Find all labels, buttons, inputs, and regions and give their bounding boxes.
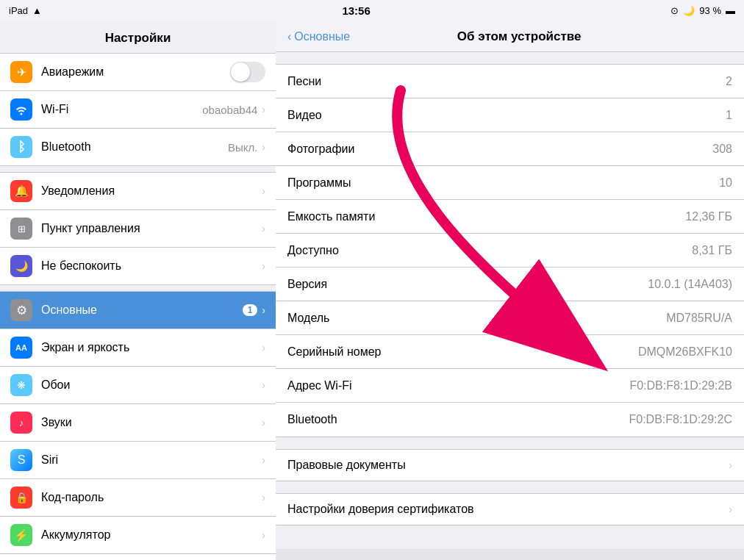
sidebar-item-privacy[interactable]: ✋ Конфиденциальность › (0, 554, 276, 560)
info-row-wifi-addr: Адрес Wi-Fi F0:DB:F8:1D:29:2B (276, 369, 744, 403)
passcode-icon: 🔒 (10, 487, 32, 509)
battery-icon: ⚡ (10, 524, 32, 546)
apps-label: Программы (287, 176, 719, 190)
sidebar-item-dnd[interactable]: 🌙 Не беспокоить › (0, 248, 276, 284)
version-value: 10.0.1 (14A403) (648, 278, 732, 291)
sidebar-item-battery[interactable]: ⚡ Аккумулятор › (0, 517, 276, 554)
available-value: 8,31 ГБ (692, 244, 732, 257)
sidebar-section-connectivity: ✈ Авиарежим Wi-Fi obaobab44 › ᛒ Bluetoot… (0, 53, 276, 166)
wifi-icon (10, 98, 32, 121)
sidebar-item-notifications[interactable]: 🔔 Уведомления › (0, 173, 276, 210)
version-label: Версия (287, 278, 648, 291)
sidebar-section-general: ⚙ Основные 1 › AA Экран и яркость › ❋ Об… (0, 291, 276, 560)
bluetooth-addr-value: F0:DB:F8:1D:29:2C (629, 413, 733, 426)
legal-docs-chevron-icon: › (729, 459, 732, 471)
sounds-chevron-icon: › (262, 417, 265, 428)
wifi-signal-icon: ▲ (32, 5, 42, 16)
info-row-model: Модель MD785RU/A (276, 301, 744, 335)
video-label: Видео (287, 109, 726, 122)
bluetooth-icon: ᛒ (10, 136, 32, 158)
siri-label: Siri (41, 453, 262, 467)
dnd-label: Не беспокоить (41, 259, 262, 273)
control-center-label: Пункт управления (41, 222, 262, 235)
capacity-value: 12,36 ГБ (685, 210, 732, 223)
info-row-serial: Серийный номер DMQM26BXFK10 (276, 335, 744, 369)
main-layout: Настройки ✈ Авиарежим Wi-Fi obaobab44 › (0, 21, 744, 560)
info-row-apps: Программы 10 (276, 166, 744, 200)
content-body: Песни 2 Видео 1 Фотографии 308 Программы… (276, 52, 744, 549)
sidebar-item-bluetooth[interactable]: ᛒ Bluetooth Выкл. › (0, 129, 276, 165)
siri-chevron-icon: › (262, 454, 265, 466)
airplane-toggle[interactable] (230, 62, 265, 82)
sidebar-item-sounds[interactable]: ♪ Звуки › (0, 404, 276, 442)
wifi-label: Wi-Fi (41, 103, 202, 116)
notifications-label: Уведомления (41, 184, 262, 198)
available-label: Доступно (287, 244, 692, 257)
general-label: Основные (41, 304, 243, 317)
legal-docs-row[interactable]: Правовые документы › (276, 449, 744, 481)
sidebar-item-display[interactable]: AA Экран и яркость › (0, 329, 276, 367)
photos-value: 308 (712, 143, 732, 156)
control-center-icon: ⊞ (10, 218, 32, 240)
display-label: Экран и яркость (41, 341, 262, 354)
wifi-addr-value: F0:DB:F8:1D:29:2B (629, 379, 732, 392)
bluetooth-addr-label: Bluetooth (287, 413, 629, 426)
back-button[interactable]: ‹ Основные (287, 30, 350, 43)
back-chevron-icon: ‹ (287, 30, 291, 43)
photos-label: Фотографии (287, 143, 712, 156)
notifications-icon: 🔔 (10, 180, 32, 202)
airplane-icon: ✈ (10, 61, 32, 83)
cert-trust-chevron-icon: › (729, 503, 732, 515)
cert-trust-row[interactable]: Настройки доверия сертификатов › (276, 493, 744, 525)
sounds-icon: ♪ (10, 412, 32, 434)
do-not-disturb-icon: 🌙 (683, 5, 695, 16)
dnd-chevron-icon: › (262, 260, 265, 272)
sidebar-item-wifi[interactable]: Wi-Fi obaobab44 › (0, 91, 276, 129)
control-center-chevron-icon: › (262, 223, 265, 234)
serial-label: Серийный номер (287, 345, 638, 359)
general-chevron-icon: › (262, 304, 265, 316)
dnd-icon: 🌙 (10, 255, 32, 277)
serial-value: DMQM26BXFK10 (638, 345, 732, 359)
songs-label: Песни (287, 75, 726, 88)
video-value: 1 (726, 109, 732, 122)
passcode-chevron-icon: › (262, 492, 265, 503)
general-badge: 1 (243, 304, 258, 316)
status-time: 13:56 (342, 4, 370, 17)
battery-label: Аккумулятор (41, 528, 262, 542)
status-left: iPad ▲ (9, 5, 42, 16)
content-title: Об этом устройстве (350, 29, 688, 44)
battery-chevron-icon: › (262, 529, 265, 541)
sidebar-item-control-center[interactable]: ⊞ Пункт управления › (0, 210, 276, 248)
sidebar-item-airplane[interactable]: ✈ Авиарежим (0, 54, 276, 91)
wifi-addr-label: Адрес Wi-Fi (287, 379, 629, 392)
info-section-details: Песни 2 Видео 1 Фотографии 308 Программы… (276, 64, 744, 437)
info-row-photos: Фотографии 308 (276, 132, 744, 166)
wallpaper-label: Обои (41, 378, 262, 392)
capacity-label: Емкость памяти (287, 210, 685, 223)
content-panel: ‹ Основные Об этом устройстве Песни 2 Ви… (276, 21, 744, 549)
bluetooth-chevron-icon: › (262, 141, 265, 153)
info-row-bluetooth-addr: Bluetooth F0:DB:F8:1D:29:2C (276, 403, 744, 437)
display-icon: AA (10, 337, 32, 359)
toggle-thumb (231, 62, 250, 82)
battery-icon: ▬ (726, 5, 735, 16)
battery-percent: 93 % (699, 5, 721, 16)
sidebar-item-general[interactable]: ⚙ Основные 1 › (0, 292, 276, 329)
sidebar-item-siri[interactable]: S Siri › (0, 442, 276, 479)
sidebar-item-passcode[interactable]: 🔒 Код-пароль › (0, 479, 276, 517)
wifi-chevron-icon: › (262, 104, 265, 115)
wifi-value: obaobab44 (202, 104, 257, 116)
apps-value: 10 (719, 176, 732, 190)
info-row-video: Видео 1 (276, 98, 744, 132)
info-row-available: Доступно 8,31 ГБ (276, 234, 744, 268)
cert-trust-label: Настройки доверия сертификатов (287, 503, 729, 516)
passcode-label: Код-пароль (41, 491, 262, 504)
bluetooth-value: Выкл. (228, 141, 257, 154)
sidebar-item-wallpaper[interactable]: ❋ Обои › (0, 367, 276, 404)
display-chevron-icon: › (262, 342, 265, 353)
sidebar-title: Настройки (0, 21, 276, 53)
bluetooth-label: Bluetooth (41, 140, 228, 154)
model-label: Модель (287, 312, 666, 325)
status-bar: iPad ▲ 13:56 ⊙ 🌙 93 % ▬ (0, 0, 744, 21)
